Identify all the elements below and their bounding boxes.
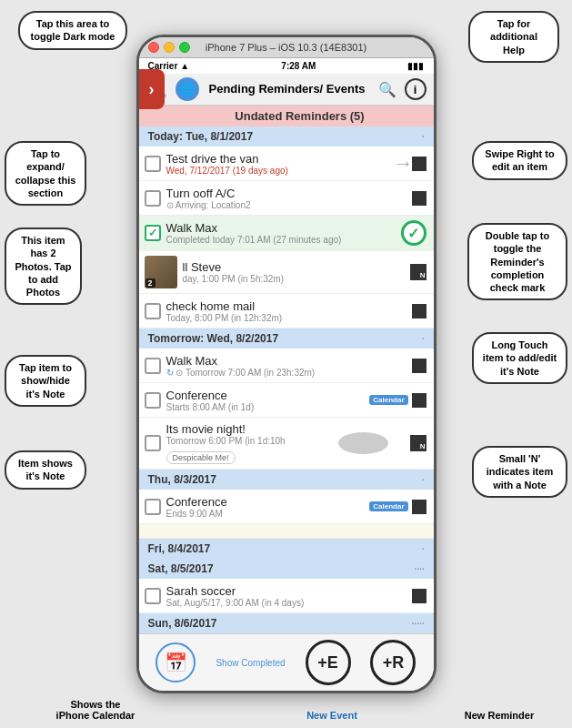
recur-icon: ↻ — [166, 368, 174, 378]
item-sub: Sat, Aug/5/17, 9:00 AM (in 4 days) — [166, 598, 408, 608]
new-reminder-text: +R — [383, 653, 405, 672]
movie-sub-text: Tomorrow 6:00 PM (in 1d:10h — [166, 436, 286, 446]
item-ac[interactable]: Turn ooff A/C ⊙ Arriving: Location2 — [139, 181, 434, 216]
reminder-square-n[interactable]: N — [410, 264, 426, 280]
item-mail[interactable]: check home mail Today, 8:00 PM (in 12h:3… — [139, 294, 434, 329]
n-badge: N — [420, 442, 426, 450]
wifi-icon: ▲ — [180, 61, 189, 71]
item-content: Sarah soccer Sat, Aug/5/17, 9:00 AM (in … — [166, 584, 408, 608]
swipe-arrow: → — [394, 152, 414, 176]
reminder-square-n[interactable]: N — [410, 435, 426, 451]
minimize-dot[interactable] — [164, 42, 175, 53]
item-sub: ⊙ Arriving: Location2 — [166, 200, 408, 210]
bottom-new-reminder-label: New Reminder — [463, 710, 536, 721]
new-reminder-button[interactable]: +E +R — [370, 640, 416, 685]
item-steve[interactable]: 2 ll Steve day, 1:00 PM (in 5h:32m) N — [139, 251, 434, 294]
show-completed-button[interactable]: Show Completed — [216, 658, 285, 668]
tomorrow-dots: · — [422, 334, 425, 344]
thu-header: Thu, 8/3/2017 · — [139, 470, 434, 490]
new-event-button[interactable]: +E — [306, 640, 351, 685]
item-content: Walk Max Completed today 7:01 AM (27 min… — [166, 221, 401, 245]
item-checkbox-checked[interactable]: ✓ — [145, 225, 161, 241]
status-time: 7:28 AM — [281, 61, 316, 71]
annotation-double-tap: Double tap to toggle the Reminder's comp… — [467, 223, 567, 300]
item-walk-max-completed[interactable]: ✓ Walk Max Completed today 7:01 AM (27 m… — [139, 216, 434, 251]
expand-button[interactable]: › — [139, 69, 165, 109]
new-event-label: +E — [317, 653, 338, 672]
item-walk-max-tomorrow[interactable]: Walk Max ↻ ⊙ Tomorrow 7:00 AM (in 23h:32… — [139, 349, 434, 383]
header-right-icons: 🔍 i — [376, 77, 426, 101]
reminder-square[interactable] — [412, 157, 426, 171]
bottom-calendar-label: Shows the iPhone Calendar — [55, 699, 136, 721]
item-checkbox[interactable] — [145, 499, 161, 515]
sat-header: Sat, 8/5/2017 ···· — [139, 559, 434, 579]
item-content: Conference Ends 9:00 AM — [166, 495, 370, 519]
item-conference-tomorrow[interactable]: Conference Starts 8:00 AM (in 1d) Calend… — [139, 383, 434, 418]
info-icon[interactable]: i — [405, 78, 426, 100]
item-conference-thu[interactable]: Conference Ends 9:00 AM Calendar — [139, 490, 434, 524]
item-title: Test drive the van — [166, 152, 408, 166]
app-content: Undated Reminders (5) Today: Tue, 8/1/20… — [139, 106, 434, 633]
item-content: Walk Max ↻ ⊙ Tomorrow 7:00 AM (in 23h:32… — [166, 354, 408, 378]
item-soccer[interactable]: Sarah soccer Sat, Aug/5/17, 9:00 AM (in … — [139, 579, 434, 613]
header-title: Pending Reminders/ Events — [199, 82, 376, 96]
close-dot[interactable] — [148, 42, 159, 53]
today-dots: · — [422, 132, 425, 142]
oval-overlay — [338, 432, 388, 454]
today-header: Today: Tue, 8/1/2017 · — [139, 126, 434, 147]
item-sub: Ends 9:00 AM — [166, 509, 370, 519]
status-right: ▮▮▮ — [407, 61, 424, 71]
calendar-badge: Calendar — [369, 501, 407, 511]
mac-traffic-lights — [148, 42, 190, 53]
item-checkbox[interactable] — [145, 435, 161, 451]
item-checkbox[interactable] — [145, 190, 161, 207]
item-title: Sarah soccer — [166, 584, 408, 598]
photo-count: 2 — [146, 278, 156, 288]
tomorrow-header: Tomorrow: Wed, 8/2/2017 · — [139, 329, 434, 349]
reminder-square[interactable] — [412, 359, 426, 373]
calendar-icon[interactable]: 📅 — [156, 642, 196, 682]
annotation-help: Tap for additional Help — [468, 11, 559, 63]
sun-label: Sun, 8/6/2017 — [148, 617, 217, 630]
undated-reminders-label: Undated Reminders (5) — [235, 109, 364, 123]
note-text — [168, 526, 171, 536]
fri-header: Fri, 8/4/2017 · — [139, 539, 434, 559]
despicable-label: Despicable Me! — [166, 451, 236, 464]
item-sub: Today, 8:00 PM (in 12h:32m) — [166, 313, 408, 323]
fri-dots: · — [422, 544, 425, 554]
item-test-drive[interactable]: Test drive the van Wed, 7/12/2017 (19 da… — [139, 147, 434, 181]
tomorrow-label: Tomorrow: Wed, 8/2/2017 — [148, 332, 279, 345]
item-content: Test drive the van Wed, 7/12/2017 (19 da… — [166, 152, 408, 176]
reminder-square[interactable] — [412, 304, 426, 318]
app-toolbar: 📅 Show Completed +E +E +R — [139, 633, 434, 691]
item-title: Turn ooff A/C — [166, 187, 408, 200]
reminder-square[interactable] — [412, 393, 426, 408]
item-checkbox[interactable] — [145, 588, 161, 604]
item-photo[interactable]: 2 — [145, 256, 177, 288]
item-content: Turn ooff A/C ⊙ Arriving: Location2 — [166, 187, 408, 210]
item-sub: Completed today 7:01 AM (27 minutes ago) — [166, 235, 401, 245]
item-checkbox[interactable] — [145, 392, 161, 409]
checkmark-icon: ✓ — [148, 227, 157, 239]
search-icon[interactable]: 🔍 — [376, 77, 399, 101]
maximize-dot[interactable] — [179, 42, 190, 53]
mac-title: iPhone 7 Plus – iOS 10.3 (14E8301) — [206, 42, 366, 53]
item-checkbox[interactable] — [145, 358, 161, 374]
item-title: Conference — [166, 495, 370, 509]
item-sub: Starts 8:00 AM (in 1d) — [166, 402, 370, 412]
show-completed-label: Show Completed — [216, 658, 285, 668]
item-content: ll Steve day, 1:00 PM (in 5h:32m) — [183, 260, 410, 284]
calendar-button[interactable]: 📅 — [156, 642, 196, 682]
completion-checkmark[interactable]: ✓ — [401, 220, 426, 246]
reminder-square[interactable] — [412, 191, 426, 206]
thu-label: Thu, 8/3/2017 — [148, 473, 216, 486]
globe-icon[interactable]: 🌐 — [176, 77, 199, 101]
item-movie[interactable]: Its movie night! Tomorrow 6:00 PM (in 1d… — [139, 418, 434, 470]
annotation-note-show: Item shows it's Note — [5, 450, 86, 490]
sun-dots: ····· — [412, 619, 425, 629]
item-checkbox[interactable] — [145, 156, 161, 172]
reminder-square[interactable] — [412, 589, 426, 603]
reminder-square[interactable] — [412, 500, 426, 514]
item-checkbox[interactable] — [145, 303, 161, 319]
conference-note-row — [139, 524, 434, 539]
